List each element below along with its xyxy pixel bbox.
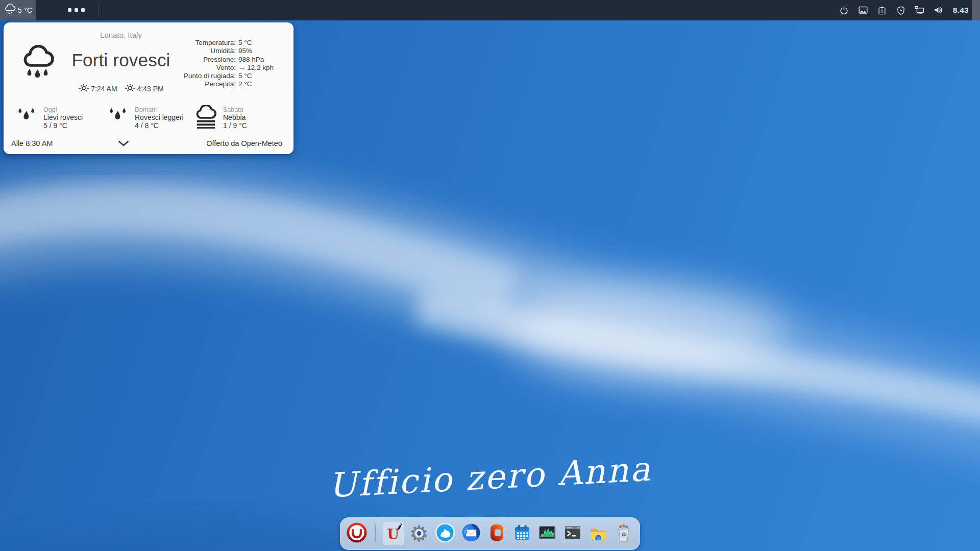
- dock-item-office-suite[interactable]: [486, 522, 507, 545]
- desktop: Ufficio zero Anna 5 °C: [0, 0, 980, 551]
- thunderbird-icon: [460, 522, 482, 545]
- pen-icon: [395, 523, 403, 534]
- detail-value: 5 °C: [238, 72, 252, 80]
- panel-separator: [98, 3, 99, 18]
- panel-edge-strip: [972, 0, 980, 20]
- dock-item-calendar[interactable]: [511, 522, 532, 545]
- librewolf-icon: [434, 522, 456, 545]
- forecast-day-1: Domani Rovesci leggeri 4 / 8 °C: [107, 105, 184, 131]
- forecast-temps: 4 / 8 °C: [135, 122, 184, 130]
- detail-label: Pressione:: [154, 56, 236, 64]
- detail-value: 5 °C: [238, 39, 252, 46]
- forecast-temps: 5 / 9 °C: [43, 122, 83, 130]
- heavy-showers-icon: [22, 45, 55, 87]
- calendar-icon: [512, 522, 532, 545]
- detail-value: 95%: [238, 47, 252, 55]
- detail-value: → 12.2 kph: [238, 64, 274, 71]
- dock: U ⚙: [340, 517, 640, 550]
- system-monitor-icon: [537, 522, 557, 545]
- dock-item-librewolf-browser[interactable]: [434, 522, 456, 545]
- forecast-day-label: Oggi: [43, 106, 83, 114]
- folder-icon: [588, 522, 608, 545]
- weather-popup: Lonato, Italy Forti rovesci: [4, 22, 293, 154]
- panel-weather-applet[interactable]: 5 °C: [0, 0, 36, 20]
- sunset-icon: [125, 83, 136, 94]
- dock-item-system-monitor[interactable]: [537, 522, 558, 545]
- forecast-temps: 1 / 9 °C: [223, 122, 247, 130]
- office-icon: [486, 522, 507, 545]
- trash-icon: ♻: [614, 522, 634, 545]
- sunrise-icon: [78, 83, 89, 94]
- dock-item-trash[interactable]: ♻: [613, 522, 634, 545]
- weather-updated-time: Alle 8:30 AM: [11, 139, 53, 147]
- rain-cloud-icon: [4, 4, 16, 17]
- detail-label: Percepita:: [154, 80, 236, 88]
- clipboard-alert-icon[interactable]: [876, 4, 888, 16]
- dock-item-terminal[interactable]: [562, 522, 583, 545]
- network-display-icon[interactable]: [914, 4, 926, 16]
- forecast-day-2: Sabato Nebbia 1 / 9 °C: [194, 105, 247, 131]
- forecast-condition: Rovesci leggeri: [135, 114, 184, 122]
- expand-forecast-button[interactable]: [117, 140, 130, 149]
- chevron-down-icon: [118, 140, 129, 148]
- dock-item-uz-editor[interactable]: U: [383, 522, 404, 545]
- power-icon[interactable]: [838, 4, 850, 16]
- panel-menu-dots-icon[interactable]: [68, 8, 85, 12]
- detail-value: 2 °C: [238, 80, 252, 88]
- wallpaper-picture-icon[interactable]: [857, 4, 869, 16]
- dock-item-settings[interactable]: ⚙: [408, 522, 430, 545]
- dock-item-file-manager[interactable]: [588, 522, 609, 545]
- detail-label: Umidità:: [154, 47, 236, 55]
- forecast-day-label: Domani: [135, 106, 184, 114]
- dock-separator: [375, 525, 376, 542]
- top-panel: 5 °C: [0, 0, 980, 20]
- panel-clock[interactable]: 8.43: [953, 6, 969, 15]
- weather-attribution: Offerto da Open-Meteo: [206, 139, 282, 147]
- terminal-icon: [562, 522, 583, 545]
- sunrise-time: 7:24 AM: [91, 85, 117, 93]
- dock-item-thunderbird-mail[interactable]: [460, 522, 482, 545]
- forecast-condition: Nebbia: [223, 114, 247, 122]
- system-tray: 8.43: [838, 0, 969, 20]
- weather-location: Lonato, Italy: [4, 31, 238, 39]
- fog-icon: [194, 105, 217, 131]
- weather-details: Temperatura:5 °C Umidità:95% Pressione:9…: [154, 39, 274, 89]
- forecast-row: Oggi Lievi rovesci 5 / 9 °C Domani Roves…: [4, 105, 293, 137]
- forecast-condition: Lievi rovesci: [43, 114, 83, 122]
- gear-icon: ⚙: [408, 523, 430, 544]
- dock-item-ufficio-zero-menu[interactable]: [346, 522, 368, 545]
- detail-label: Punto di rugiada:: [154, 72, 236, 80]
- showers-icon: [107, 105, 129, 131]
- detail-value: 988 hPa: [238, 56, 264, 63]
- ufficio-zero-logo-icon: [346, 522, 368, 545]
- forecast-day-label: Sabato: [223, 106, 247, 114]
- panel-weather-temp: 5 °C: [18, 6, 32, 14]
- detail-label: Vento:: [154, 64, 236, 72]
- forecast-day-0: Oggi Lievi rovesci 5 / 9 °C: [16, 105, 83, 131]
- volume-icon[interactable]: [933, 4, 945, 16]
- shield-icon[interactable]: [895, 4, 907, 16]
- showers-icon: [16, 105, 37, 131]
- detail-label: Temperatura:: [154, 39, 236, 47]
- recycle-glyph: ♻: [621, 531, 626, 538]
